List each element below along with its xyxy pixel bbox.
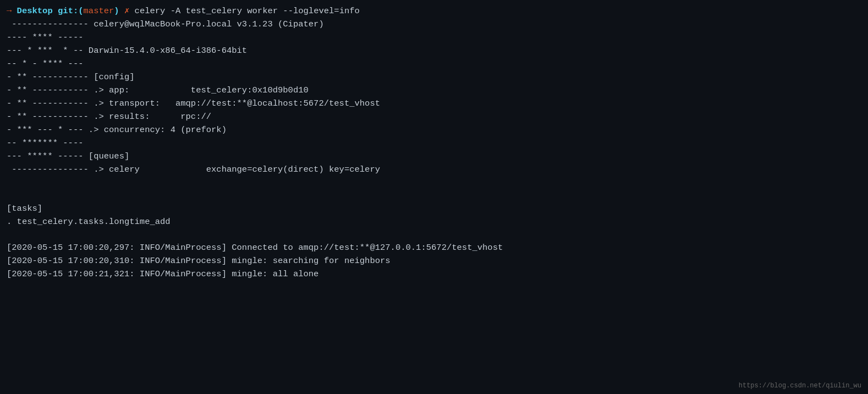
output-tasks-item: . test_celery.tasks.longtime_add bbox=[7, 215, 861, 228]
prompt-branch: master bbox=[84, 6, 114, 16]
output-line-11: --- ***** ----- [queues] bbox=[7, 150, 861, 163]
prompt-arrow: → bbox=[7, 6, 17, 16]
watermark: https://blog.csdn.net/qiulin_wu bbox=[739, 382, 861, 390]
output-line-1: --------------- celery@wqlMacBook-Pro.lo… bbox=[7, 18, 861, 31]
command-text: celery -A test_celery worker --loglevel=… bbox=[135, 6, 360, 16]
empty-line-1 bbox=[7, 176, 861, 189]
output-line-3: --- * *** * -- Darwin-15.4.0-x86_64-i386… bbox=[7, 44, 861, 57]
output-log-2: [2020-05-15 17:00:20,310: INFO/MainProce… bbox=[7, 254, 861, 267]
empty-line-3 bbox=[7, 228, 861, 241]
output-line-8: - ** ----------- .> results: rpc:// bbox=[7, 110, 861, 123]
prompt-cross: ✗ bbox=[119, 6, 135, 16]
output-log-3: [2020-05-15 17:00:21,321: INFO/MainProce… bbox=[7, 267, 861, 281]
output-line-12: --------------- .> celery exchange=celer… bbox=[7, 163, 861, 176]
prompt-desktop: Desktop bbox=[17, 6, 53, 16]
empty-line-2 bbox=[7, 189, 861, 201]
prompt-line: → Desktop git:(master) ✗ celery -A test_… bbox=[7, 4, 861, 18]
output-line-9: - *** --- * --- .> concurrency: 4 (prefo… bbox=[7, 123, 861, 136]
output-log-1: [2020-05-15 17:00:20,297: INFO/MainProce… bbox=[7, 241, 861, 254]
terminal-window: → Desktop git:(master) ✗ celery -A test_… bbox=[0, 0, 868, 394]
output-line-2: ---- **** ----- bbox=[7, 31, 861, 44]
output-line-5: - ** ----------- [config] bbox=[7, 70, 861, 84]
output-tasks-header: [tasks] bbox=[7, 202, 861, 215]
prompt-git: git:( bbox=[53, 6, 84, 16]
output-line-4: -- * - **** --- bbox=[7, 57, 861, 70]
output-line-10: -- ******* ---- bbox=[7, 136, 861, 150]
output-line-6: - ** ----------- .> app: test_celery:0x1… bbox=[7, 84, 861, 97]
prompt-git-close: ) bbox=[114, 6, 119, 16]
output-line-7: - ** ----------- .> transport: amqp://te… bbox=[7, 97, 861, 110]
